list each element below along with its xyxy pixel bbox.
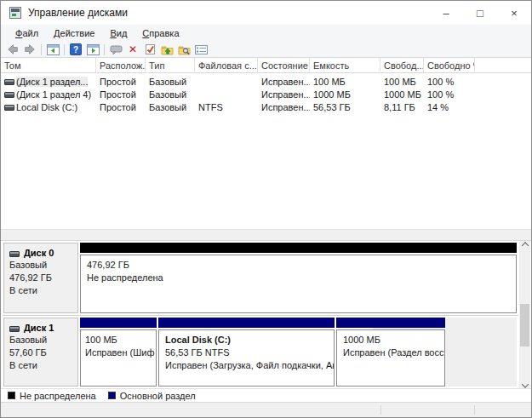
volume-status: Исправен... (258, 101, 310, 114)
graphical-view: Диск 0 Базовый 476,92 ГБ В сети 476,92 Г… (1, 240, 531, 388)
volume-type: Базовый (146, 76, 195, 89)
volume-layout: Простой (96, 76, 146, 89)
svg-text:?: ? (73, 45, 78, 54)
help-icon[interactable]: ? (67, 43, 84, 57)
column-header-free-pct[interactable]: Свободно % (424, 58, 475, 73)
disk-name: Диск 1 (24, 323, 54, 333)
back-icon[interactable] (4, 43, 21, 57)
column-header-layout[interactable]: Располож... (96, 58, 146, 73)
vertical-scrollbar[interactable] (519, 241, 530, 388)
disk-size: 476,92 ГБ (9, 272, 72, 283)
disk-type: Базовый (9, 335, 72, 346)
status-bar-divider (380, 405, 381, 415)
pane-splitter[interactable] (1, 230, 531, 240)
disk-icon (9, 326, 20, 332)
column-header-filesystem[interactable]: Файловая с... (195, 58, 258, 73)
scrollbar-thumb[interactable] (520, 304, 529, 346)
volume-layout: Простой (96, 89, 146, 101)
disk-row-separator (3, 315, 518, 316)
volume-name: (Диск 1 раздел 4) (13, 89, 96, 101)
legend-swatch-primary (108, 392, 116, 399)
unallocated-region[interactable]: 476,92 ГБ Не распределена (80, 243, 517, 313)
menu-help[interactable]: Справка (134, 26, 186, 40)
close-button[interactable]: × (497, 1, 531, 25)
volume-filesystem: NTFS (195, 101, 258, 114)
column-header-status[interactable]: Состояние (258, 58, 310, 73)
scroll-up-icon[interactable] (519, 241, 530, 252)
volume-row[interactable]: (Диск 1 раздел 4) Простой Базовый Исправ… (1, 89, 531, 101)
region-state: Не распределена (87, 272, 516, 284)
volume-free: 100 МБ (380, 76, 424, 89)
menu-view[interactable]: Вид (102, 26, 134, 40)
status-bar (1, 402, 531, 417)
column-header-capacity[interactable]: Емкость (310, 58, 380, 73)
folder-find-icon[interactable] (175, 43, 192, 57)
region-size: 476,92 ГБ (87, 259, 516, 272)
maximize-button[interactable]: □ (463, 1, 497, 25)
menu-action[interactable]: Действие (46, 26, 102, 40)
partition-strip (80, 318, 157, 328)
disk1-label-panel[interactable]: Диск 1 Базовый 57,60 ГБ В сети (3, 318, 78, 387)
partition-efi[interactable]: 100 МБ Исправен (Шиф (80, 318, 157, 387)
partition-strip (158, 318, 335, 328)
folder-up-icon[interactable] (158, 43, 175, 57)
scroll-down-icon[interactable] (519, 377, 530, 388)
partition-size: 56,53 ГБ NTFS (165, 346, 334, 359)
forward-icon[interactable] (21, 43, 38, 57)
partition-title: Local Disk (C:) (165, 334, 334, 346)
partition-size: 100 МБ (85, 334, 156, 346)
volume-type: Базовый (146, 89, 195, 101)
volume-name: Local Disk (C:) (13, 101, 96, 114)
status-bar-divider (474, 405, 475, 415)
menu-file[interactable]: Файл (8, 26, 46, 40)
unallocated-strip (80, 243, 517, 253)
menu-bar: Файл Действие Вид Справка (1, 25, 531, 42)
volume-row[interactable]: (Диск 1 раздел... Простой Базовый Исправ… (1, 76, 531, 89)
toolbar-separator (64, 44, 65, 55)
volume-layout: Простой (96, 101, 146, 114)
partition-c-drive[interactable]: Local Disk (C:) 56,53 ГБ NTFS Исправен (… (158, 318, 335, 387)
disk-status: В сети (9, 285, 72, 296)
volume-capacity: 1000 МБ (310, 89, 380, 101)
disk-row-1: Диск 1 Базовый 57,60 ГБ В сети 100 МБ Ис… (1, 317, 518, 389)
volume-free: 1000 МБ (380, 89, 424, 101)
column-header-type[interactable]: Тип (146, 58, 195, 73)
show-console-tree-icon[interactable] (44, 43, 61, 57)
app-icon (9, 7, 21, 19)
toolbar: ? ✕ (1, 42, 531, 58)
check-properties-icon[interactable] (141, 43, 158, 57)
partition-state: Исправен (Раздел восстан (343, 346, 444, 359)
partition-recovery[interactable]: 1000 МБ Исправен (Раздел восстан (336, 318, 445, 387)
tooltip-icon[interactable] (107, 43, 124, 57)
volume-status: Исправен... (258, 76, 310, 89)
volume-row[interactable]: Local Disk (C:) Простой Базовый NTFS Исп… (1, 101, 531, 114)
disk-row-0: Диск 0 Базовый 476,92 ГБ В сети 476,92 Г… (1, 242, 518, 315)
disk0-label-panel[interactable]: Диск 0 Базовый 476,92 ГБ В сети (3, 243, 78, 313)
toolbar-separator (104, 44, 105, 55)
properties-icon[interactable] (192, 43, 209, 57)
volume-list: Том Располож... Тип Файловая с... Состоя… (1, 58, 531, 230)
legend-item-unallocated: Не распределена (8, 391, 96, 401)
volume-free-pct: 14 % (424, 101, 475, 114)
volume-capacity: 100 МБ (310, 76, 380, 89)
legend-swatch-unallocated (8, 392, 15, 399)
volume-capacity: 56,53 ГБ (310, 101, 380, 114)
volume-free-pct: 100 % (424, 76, 475, 89)
show-action-pane-icon[interactable] (84, 43, 101, 57)
volume-filesystem (195, 89, 258, 101)
column-header-free[interactable]: Свобод... (380, 58, 424, 73)
volume-free-pct: 100 % (424, 89, 475, 101)
partition-size: 1000 МБ (343, 334, 444, 346)
column-header-volume[interactable]: Том (1, 58, 96, 73)
disk-management-window: Управление дисками – □ × Файл Действие В… (0, 0, 532, 418)
partition-state: Исправен (Загрузка, Файл подкачки, Авари (165, 359, 334, 372)
volume-name: (Диск 1 раздел... (16, 77, 88, 87)
delete-volume-icon[interactable]: ✕ (124, 43, 141, 57)
legend-bar: Не распределена Основной раздел (1, 388, 531, 402)
volume-filesystem (195, 76, 258, 89)
partition-strip (336, 318, 445, 328)
minimize-button[interactable]: – (429, 1, 463, 25)
disk-type: Базовый (9, 260, 72, 271)
legend-item-primary: Основной раздел (108, 391, 196, 401)
volume-list-header: Том Располож... Тип Файловая с... Состоя… (1, 58, 531, 73)
